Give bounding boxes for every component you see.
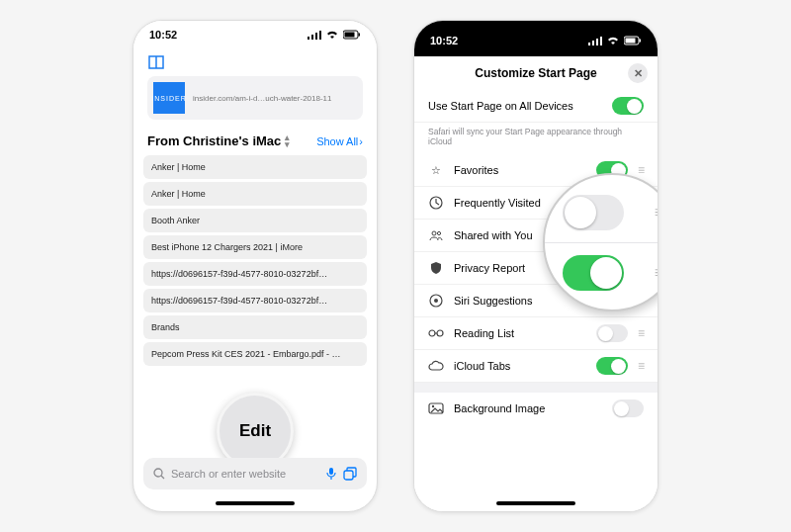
tab-row[interactable]: Booth Anker bbox=[143, 209, 367, 232]
grip-icon[interactable]: ≡ bbox=[638, 163, 644, 177]
customize-sheet: Customize Start Page ✕ Use Start Page on… bbox=[414, 56, 658, 511]
insider-card[interactable]: INSIDER insider.com/am-i-d…uch-water-201… bbox=[147, 76, 363, 120]
status-bar: 10:52 bbox=[414, 21, 658, 56]
svg-rect-2 bbox=[315, 33, 317, 40]
group-gap bbox=[414, 383, 658, 393]
glasses-icon bbox=[428, 329, 444, 337]
svg-point-19 bbox=[432, 231, 436, 235]
status-time: 10:52 bbox=[149, 29, 177, 41]
icloud-switch[interactable] bbox=[596, 357, 628, 375]
svg-point-27 bbox=[432, 405, 434, 407]
row-reading: Reading List ≡ bbox=[414, 317, 658, 350]
sync-toggle-row: Use Start Page on All Devices bbox=[414, 90, 658, 123]
sync-note: Safari will sync your Start Page appeara… bbox=[414, 123, 658, 154]
status-icons bbox=[588, 36, 642, 45]
close-icon: ✕ bbox=[634, 67, 643, 80]
svg-point-24 bbox=[437, 330, 443, 336]
battery-icon bbox=[624, 36, 642, 45]
tab-row[interactable]: https://d0696157-f39d-4577-8010-03272bf… bbox=[143, 289, 367, 312]
battery-icon bbox=[343, 30, 361, 40]
section-header: From Christine's iMac ▴▾ Show All › bbox=[133, 124, 377, 152]
shield-icon bbox=[428, 261, 444, 275]
star-icon: ☆ bbox=[428, 164, 444, 177]
people-icon bbox=[428, 229, 444, 241]
tab-row[interactable]: Brands bbox=[143, 315, 367, 339]
home-indicator[interactable] bbox=[216, 501, 295, 505]
svg-rect-11 bbox=[588, 43, 590, 45]
url-bar[interactable]: Search or enter website bbox=[143, 458, 367, 489]
grip-icon[interactable]: ≡ bbox=[655, 264, 659, 282]
signal-icon bbox=[588, 36, 602, 45]
url-placeholder: Search or enter website bbox=[171, 468, 319, 480]
sort-icon[interactable]: ▴▾ bbox=[285, 134, 290, 148]
sync-switch[interactable] bbox=[612, 97, 644, 115]
svg-rect-16 bbox=[626, 39, 636, 44]
tab-row[interactable]: Best iPhone 12 Chargers 2021 | iMore bbox=[143, 235, 367, 259]
search-icon bbox=[153, 468, 165, 480]
svg-rect-14 bbox=[600, 37, 602, 45]
insider-badge: INSIDER bbox=[153, 82, 185, 114]
tab-row[interactable]: Anker | Home bbox=[143, 182, 367, 206]
phone-left: 10:52 INSIDER insider.com/am-i-d…uch-wat… bbox=[132, 20, 378, 512]
grip-icon[interactable]: ≡ bbox=[638, 326, 644, 340]
section-title: From Christine's iMac ▴▾ bbox=[147, 133, 290, 148]
status-time: 10:52 bbox=[430, 35, 458, 46]
clock-icon bbox=[428, 196, 444, 210]
sheet-header: Customize Start Page ✕ bbox=[414, 56, 658, 90]
tab-row[interactable]: Pepcom Press Kit CES 2021 - Embargo.pdf … bbox=[143, 342, 367, 366]
svg-rect-5 bbox=[345, 33, 355, 38]
svg-point-7 bbox=[154, 469, 162, 477]
row-icloud: iCloud Tabs ≡ bbox=[414, 350, 658, 383]
sheet-title: Customize Start Page bbox=[475, 66, 596, 80]
svg-rect-12 bbox=[592, 41, 594, 45]
reading-switch[interactable] bbox=[596, 324, 628, 342]
grip-icon[interactable]: ≡ bbox=[655, 204, 659, 222]
chevron-right-icon: › bbox=[359, 135, 363, 147]
svg-line-8 bbox=[161, 476, 164, 479]
svg-rect-1 bbox=[311, 35, 313, 40]
wifi-icon bbox=[606, 36, 620, 45]
top-toolbar bbox=[133, 48, 377, 76]
tab-row[interactable]: Anker | Home bbox=[143, 155, 367, 179]
show-all-link[interactable]: Show All › bbox=[316, 135, 363, 147]
bookmarks-icon[interactable] bbox=[147, 55, 165, 69]
status-icons bbox=[308, 30, 361, 40]
status-bar: 10:52 bbox=[133, 21, 377, 48]
svg-rect-10 bbox=[344, 471, 353, 480]
mag-switch-on[interactable] bbox=[563, 255, 624, 291]
svg-rect-17 bbox=[640, 40, 642, 43]
wifi-icon bbox=[325, 30, 339, 40]
insider-caption: insider.com/am-i-d…uch-water-2018-11 bbox=[193, 94, 332, 103]
close-button[interactable]: ✕ bbox=[628, 63, 648, 83]
mag-row-off: ≡ bbox=[545, 189, 659, 236]
home-indicator[interactable] bbox=[496, 501, 575, 505]
grip-icon[interactable]: ≡ bbox=[638, 359, 644, 373]
svg-point-22 bbox=[434, 299, 438, 303]
svg-rect-0 bbox=[308, 37, 309, 40]
cloud-icon bbox=[428, 360, 444, 372]
image-icon bbox=[428, 402, 444, 414]
signal-icon bbox=[308, 30, 321, 40]
icloud-tabs-list: Anker | Home Anker | Home Booth Anker Be… bbox=[133, 155, 377, 366]
svg-point-23 bbox=[429, 330, 435, 336]
row-background: Background Image bbox=[414, 393, 658, 424]
sync-label: Use Start Page on All Devices bbox=[428, 100, 602, 112]
mag-switch-off[interactable] bbox=[563, 195, 624, 230]
tab-row[interactable]: https://d0696157-f39d-4577-8010-03272bf… bbox=[143, 262, 367, 286]
background-switch[interactable] bbox=[612, 399, 644, 417]
svg-rect-13 bbox=[596, 39, 598, 45]
svg-point-20 bbox=[437, 232, 440, 235]
mag-row-on: ≡ bbox=[545, 249, 659, 297]
svg-rect-6 bbox=[359, 34, 361, 37]
voice-icon[interactable] bbox=[325, 467, 337, 481]
svg-rect-9 bbox=[329, 468, 333, 475]
phone-right: 10:52 Customize Start Page ✕ Use Start P… bbox=[413, 20, 659, 512]
svg-rect-3 bbox=[319, 31, 321, 40]
siri-icon bbox=[428, 294, 444, 308]
tabs-icon[interactable] bbox=[343, 467, 357, 481]
